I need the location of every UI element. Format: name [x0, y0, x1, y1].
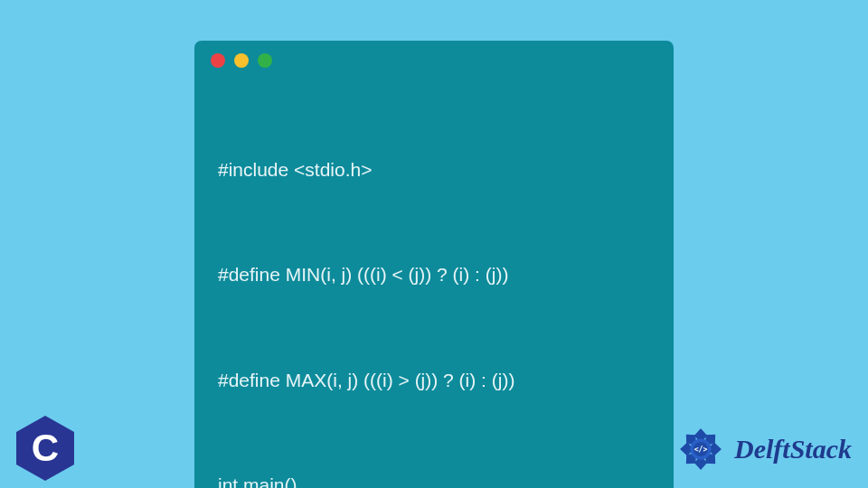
maximize-icon[interactable]	[258, 53, 272, 68]
code-block: #include <stdio.h> #define MIN(i, j) (((…	[194, 77, 674, 488]
code-line: #define MAX(i, j) (((i) > (j)) ? (i) : (…	[218, 363, 650, 399]
code-line: #include <stdio.h>	[218, 153, 650, 188]
code-window: #include <stdio.h> #define MIN(i, j) (((…	[194, 41, 674, 488]
c-language-logo: C	[16, 416, 74, 481]
close-icon[interactable]	[211, 53, 225, 68]
minimize-icon[interactable]	[234, 53, 249, 68]
window-titlebar	[194, 41, 674, 77]
delftstack-logo-icon: </>	[675, 423, 727, 475]
delftstack-brand: </> DelftStack	[675, 423, 852, 475]
code-line: int main()	[218, 468, 650, 488]
brand-text: DelftStack	[734, 434, 852, 465]
hexagon-icon: C	[16, 416, 74, 481]
c-letter: C	[32, 427, 59, 470]
code-line: #define MIN(i, j) (((i) < (j)) ? (i) : (…	[218, 258, 650, 293]
svg-text:</>: </>	[694, 445, 708, 454]
